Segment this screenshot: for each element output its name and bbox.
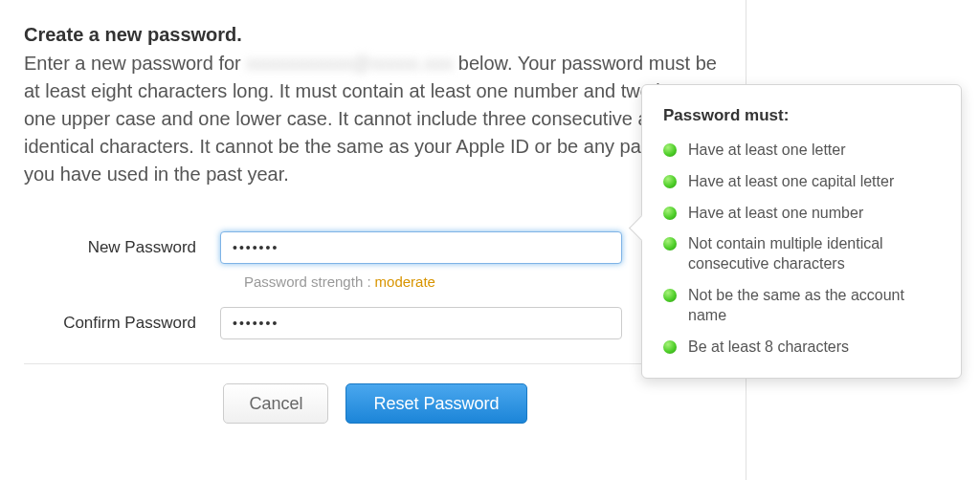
new-password-input[interactable] (220, 231, 622, 264)
divider (24, 363, 726, 364)
requirement-item: Be at least 8 characters (663, 338, 940, 358)
password-strength-value: moderate (375, 273, 435, 290)
requirement-text: Have at least one letter (688, 141, 846, 161)
requirement-text: Not be the same as the account name (688, 286, 940, 326)
requirement-text: Not contain multiple identical consecuti… (688, 234, 940, 274)
checkmark-icon (663, 289, 677, 302)
checkmark-icon (663, 340, 677, 354)
page-title: Create a new password. (24, 24, 726, 46)
cancel-button[interactable]: Cancel (223, 383, 328, 424)
confirm-password-label: Confirm Password (24, 314, 220, 333)
new-password-row: New Password (24, 231, 726, 264)
checkmark-icon (663, 175, 677, 188)
checkmark-icon (663, 207, 677, 220)
password-requirements-popover: Password must: Have at least one letter … (641, 84, 962, 379)
popover-title: Password must: (663, 106, 940, 125)
redacted-email: xxxxxxxxxxx@xxxxx.xxx (246, 50, 453, 77)
new-password-label: New Password (24, 238, 220, 257)
instructions-prefix: Enter a new password for (24, 53, 246, 74)
password-strength-row: Password strength : moderate (24, 273, 726, 290)
requirements-list: Have at least one letter Have at least o… (663, 141, 940, 357)
requirement-text: Have at least one number (688, 204, 863, 224)
main-container: Create a new password. Enter a new passw… (0, 0, 746, 480)
instructions-text: Enter a new password for xxxxxxxxxxx@xxx… (24, 50, 726, 188)
requirement-item: Have at least one number (663, 204, 940, 224)
requirement-text: Have at least one capital letter (688, 172, 894, 192)
requirement-item: Have at least one letter (663, 141, 940, 161)
reset-password-button[interactable]: Reset Password (345, 383, 526, 424)
requirement-text: Be at least 8 characters (688, 338, 849, 358)
requirement-item: Not be the same as the account name (663, 286, 940, 326)
password-strength-label: Password strength : (244, 273, 371, 290)
confirm-password-row: Confirm Password (24, 307, 726, 339)
confirm-password-input[interactable] (220, 307, 622, 339)
button-row: Cancel Reset Password (24, 383, 726, 424)
checkmark-icon (663, 143, 677, 157)
checkmark-icon (663, 237, 677, 251)
requirement-item: Not contain multiple identical consecuti… (663, 234, 940, 274)
requirement-item: Have at least one capital letter (663, 172, 940, 192)
